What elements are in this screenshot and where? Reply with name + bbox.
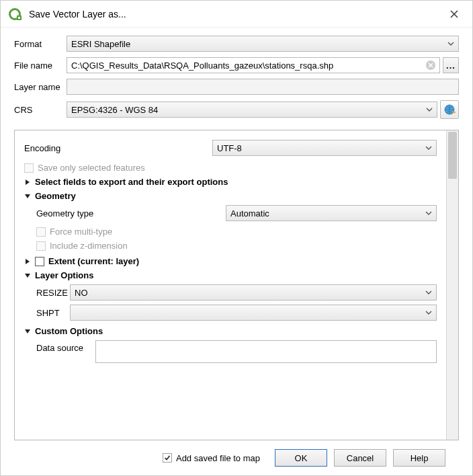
encoding-value: UTF-8 xyxy=(217,143,242,153)
include-z-row: Include z-dimension xyxy=(36,241,437,251)
layer-options-label: Layer Options xyxy=(35,270,93,280)
layername-row: Layer name xyxy=(14,79,459,95)
encoding-label: Encoding xyxy=(24,143,212,153)
svg-rect-2 xyxy=(18,17,20,19)
resize-row: RESIZE NO xyxy=(36,284,437,301)
include-z-label: Include z-dimension xyxy=(50,241,128,251)
force-multi-label: Force multi-type xyxy=(50,227,112,237)
cancel-button[interactable]: Cancel xyxy=(334,449,386,467)
close-button[interactable] xyxy=(444,4,464,24)
extent-checkbox[interactable] xyxy=(35,257,44,266)
add-saved-label: Add saved file to map xyxy=(176,453,260,463)
dialog-footer: Add saved file to map OK Cancel Help xyxy=(14,440,459,475)
filename-value: C:\QGIS_Results_Data\RSQA_Polluants_gaze… xyxy=(71,61,333,71)
svg-marker-10 xyxy=(25,194,30,198)
encoding-combo[interactable]: UTF-8 xyxy=(212,140,437,156)
triangle-down-icon xyxy=(24,328,31,335)
options-body: Encoding UTF-8 Save only selected featur… xyxy=(15,130,446,440)
svg-marker-11 xyxy=(26,259,30,264)
triangle-down-icon xyxy=(24,193,31,200)
geometry-section[interactable]: Geometry xyxy=(24,191,437,201)
data-source-label: Data source xyxy=(36,340,95,353)
dialog-window: Save Vector Layer as... Format ESRI Shap… xyxy=(0,0,473,476)
format-value: ESRI Shapefile xyxy=(71,39,130,49)
options-frame: Encoding UTF-8 Save only selected featur… xyxy=(14,130,459,440)
geometry-type-label: Geometry type xyxy=(36,208,226,219)
crs-row: CRS EPSG:4326 - WGS 84 xyxy=(14,100,459,119)
help-button[interactable]: Help xyxy=(393,449,445,467)
select-fields-label: Select fields to export and their export… xyxy=(35,177,228,187)
chevron-down-icon xyxy=(425,290,432,294)
select-crs-button[interactable] xyxy=(440,100,459,119)
shpt-row: SHPT xyxy=(36,305,437,321)
help-label: Help xyxy=(411,453,429,463)
chevron-down-icon xyxy=(447,42,454,46)
filename-input[interactable]: C:\QGIS_Results_Data\RSQA_Polluants_gaze… xyxy=(67,57,440,73)
shpt-combo[interactable] xyxy=(70,305,437,321)
svg-marker-9 xyxy=(26,180,30,185)
chevron-down-icon xyxy=(425,211,432,215)
custom-options-body: Data source xyxy=(24,340,437,363)
geometry-body: Geometry type Automatic Force multi-type xyxy=(24,205,437,251)
custom-options-section[interactable]: Custom Options xyxy=(24,326,437,336)
titlebar: Save Vector Layer as... xyxy=(1,1,472,28)
triangle-right-icon xyxy=(24,258,31,265)
triangle-down-icon xyxy=(24,272,31,279)
format-label: Format xyxy=(14,39,67,49)
custom-options-label: Custom Options xyxy=(35,326,103,336)
chevron-down-icon xyxy=(426,108,433,112)
chevron-down-icon xyxy=(425,146,432,150)
encoding-row: Encoding UTF-8 xyxy=(24,140,437,156)
extent-label: Extent (current: layer) xyxy=(48,256,139,266)
select-fields-section[interactable]: Select fields to export and their export… xyxy=(24,177,437,187)
format-combo[interactable]: ESRI Shapefile xyxy=(67,36,459,52)
geometry-type-row: Geometry type Automatic xyxy=(36,205,437,221)
crs-combo[interactable]: EPSG:4326 - WGS 84 xyxy=(67,102,437,118)
shpt-label: SHPT xyxy=(36,308,70,318)
vertical-scrollbar[interactable] xyxy=(446,130,458,440)
force-multi-row: Force multi-type xyxy=(36,227,437,237)
crs-label: CRS xyxy=(14,105,67,115)
cancel-label: Cancel xyxy=(347,453,374,463)
browse-file-button[interactable]: ... xyxy=(443,57,459,73)
resize-combo[interactable]: NO xyxy=(70,284,437,301)
save-selected-checkbox xyxy=(24,163,34,173)
add-saved-row[interactable]: Add saved file to map xyxy=(163,453,260,463)
close-icon xyxy=(450,10,458,18)
filename-row: File name C:\QGIS_Results_Data\RSQA_Poll… xyxy=(14,57,459,73)
layername-input[interactable] xyxy=(67,79,459,95)
window-title: Save Vector Layer as... xyxy=(29,9,444,19)
ok-label: OK xyxy=(295,453,308,463)
layer-options-section[interactable]: Layer Options xyxy=(24,270,437,280)
geometry-type-value: Automatic xyxy=(230,208,269,219)
chevron-down-icon xyxy=(425,311,432,315)
filename-label: File name xyxy=(14,61,67,71)
qgis-logo-icon xyxy=(9,7,22,21)
data-source-row: Data source xyxy=(36,340,437,363)
layer-options-body: RESIZE NO SHPT xyxy=(24,284,437,321)
svg-marker-13 xyxy=(25,329,30,333)
extent-section[interactable]: Extent (current: layer) xyxy=(24,256,437,266)
resize-value: NO xyxy=(75,288,88,298)
scrollbar-thumb[interactable] xyxy=(448,132,457,179)
geometry-type-combo[interactable]: Automatic xyxy=(226,205,437,221)
add-saved-checkbox[interactable] xyxy=(163,453,172,463)
checkmark-icon xyxy=(164,454,171,461)
include-z-checkbox xyxy=(36,241,46,251)
layername-label: Layer name xyxy=(14,82,67,92)
dialog-content: Format ESRI Shapefile File name C:\QGIS_… xyxy=(1,28,472,475)
save-selected-label: Save only selected features xyxy=(38,163,145,173)
triangle-right-icon xyxy=(24,179,31,186)
ok-button[interactable]: OK xyxy=(275,449,327,467)
data-source-input[interactable] xyxy=(95,340,437,363)
force-multi-checkbox xyxy=(36,227,46,237)
resize-label: RESIZE xyxy=(36,288,70,298)
save-selected-row: Save only selected features xyxy=(24,163,437,173)
format-row: Format ESRI Shapefile xyxy=(14,36,459,52)
crs-value: EPSG:4326 - WGS 84 xyxy=(71,105,158,115)
clear-filename-button[interactable] xyxy=(426,61,435,70)
browse-ellipsis-icon: ... xyxy=(446,61,456,71)
svg-marker-12 xyxy=(25,274,30,278)
globe-icon xyxy=(443,103,456,116)
clear-icon xyxy=(428,63,433,68)
